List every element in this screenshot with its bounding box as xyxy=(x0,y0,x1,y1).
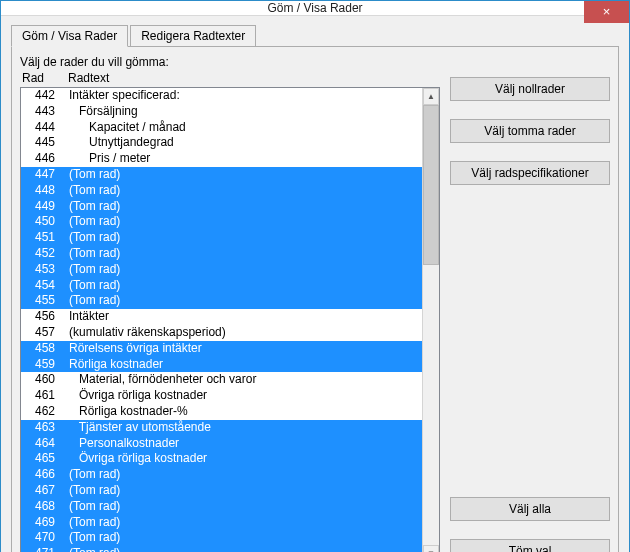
list-header: Rad Radtext xyxy=(20,71,440,85)
list-item[interactable]: 454(Tom rad) xyxy=(21,278,422,294)
row-number: 461 xyxy=(21,388,69,404)
list-item[interactable]: 442Intäkter specificerad: xyxy=(21,88,422,104)
row-number: 470 xyxy=(21,530,69,546)
list-item[interactable]: 445 Utnyttjandegrad xyxy=(21,135,422,151)
dialog-window: Göm / Visa Rader × Göm / Visa Rader Redi… xyxy=(0,0,630,552)
scroll-down-button[interactable]: ▼ xyxy=(423,545,439,552)
prompt-label: Välj de rader du vill gömma: xyxy=(20,55,610,69)
row-number: 447 xyxy=(21,167,69,183)
list-item[interactable]: 452(Tom rad) xyxy=(21,246,422,262)
list-item[interactable]: 444 Kapacitet / månad xyxy=(21,120,422,136)
list-item[interactable]: 471(Tom rad) xyxy=(21,546,422,552)
row-number: 469 xyxy=(21,515,69,531)
clear-selection-button[interactable]: Töm val xyxy=(450,539,610,552)
list-item[interactable]: 453(Tom rad) xyxy=(21,262,422,278)
list-item[interactable]: 460 Material, förnödenheter och varor xyxy=(21,372,422,388)
row-text: Försäljning xyxy=(69,104,422,120)
list-item[interactable]: 458Rörelsens övriga intäkter xyxy=(21,341,422,357)
row-number: 466 xyxy=(21,467,69,483)
row-number: 451 xyxy=(21,230,69,246)
list-item[interactable]: 466(Tom rad) xyxy=(21,467,422,483)
row-number: 449 xyxy=(21,199,69,215)
row-number: 459 xyxy=(21,357,69,373)
row-text: (Tom rad) xyxy=(69,546,422,552)
list-item[interactable]: 467(Tom rad) xyxy=(21,483,422,499)
listbox-wrap: 442Intäkter specificerad:443 Försäljning… xyxy=(20,87,440,552)
tab-label: Göm / Visa Rader xyxy=(22,29,117,43)
row-text: (kumulativ räkenskapsperiod) xyxy=(69,325,422,341)
list-item[interactable]: 459Rörliga kostnader xyxy=(21,357,422,373)
row-text: (Tom rad) xyxy=(69,214,422,230)
list-item[interactable]: 450(Tom rad) xyxy=(21,214,422,230)
row-number: 468 xyxy=(21,499,69,515)
list-item[interactable]: 446 Pris / meter xyxy=(21,151,422,167)
list-item[interactable]: 451(Tom rad) xyxy=(21,230,422,246)
list-item[interactable]: 462 Rörliga kostnader-% xyxy=(21,404,422,420)
row-text: (Tom rad) xyxy=(69,483,422,499)
list-item[interactable]: 464 Personalkostnader xyxy=(21,436,422,452)
list-item[interactable]: 465 Övriga rörliga kostnader xyxy=(21,451,422,467)
list-item[interactable]: 443 Försäljning xyxy=(21,104,422,120)
select-null-rows-button[interactable]: Välj nollrader xyxy=(450,77,610,101)
list-item[interactable]: 455(Tom rad) xyxy=(21,293,422,309)
row-text: Rörliga kostnader xyxy=(69,357,422,373)
select-all-button[interactable]: Välj alla xyxy=(450,497,610,521)
col-header-text: Radtext xyxy=(68,71,109,85)
list-item[interactable]: 468(Tom rad) xyxy=(21,499,422,515)
row-text: Tjänster av utomstående xyxy=(69,420,422,436)
list-item[interactable]: 456Intäkter xyxy=(21,309,422,325)
row-text: Pris / meter xyxy=(69,151,422,167)
row-number: 464 xyxy=(21,436,69,452)
columns: Rad Radtext 442Intäkter specificerad:443… xyxy=(20,71,610,552)
tab-edit-row-texts[interactable]: Redigera Radtexter xyxy=(130,25,256,46)
row-listbox[interactable]: 442Intäkter specificerad:443 Försäljning… xyxy=(21,88,422,552)
row-number: 457 xyxy=(21,325,69,341)
row-text: (Tom rad) xyxy=(69,167,422,183)
row-text: (Tom rad) xyxy=(69,467,422,483)
tab-panel: Välj de rader du vill gömma: Rad Radtext… xyxy=(11,46,619,552)
row-text: Intäkter specificerad: xyxy=(69,88,422,104)
select-row-specs-button[interactable]: Välj radspecifikationer xyxy=(450,161,610,185)
row-number: 454 xyxy=(21,278,69,294)
list-item[interactable]: 447(Tom rad) xyxy=(21,167,422,183)
list-item[interactable]: 469(Tom rad) xyxy=(21,515,422,531)
row-text: Övriga rörliga kostnader xyxy=(69,451,422,467)
list-item[interactable]: 470(Tom rad) xyxy=(21,530,422,546)
row-text: Utnyttjandegrad xyxy=(69,135,422,151)
client-area: Göm / Visa Rader Redigera Radtexter Välj… xyxy=(1,16,629,552)
scroll-thumb[interactable] xyxy=(423,105,439,265)
row-text: (Tom rad) xyxy=(69,262,422,278)
tab-hide-show-rows[interactable]: Göm / Visa Rader xyxy=(11,25,128,47)
side-buttons: Välj nollrader Välj tomma rader Välj rad… xyxy=(450,71,610,552)
close-button[interactable]: × xyxy=(584,1,629,23)
row-text: Övriga rörliga kostnader xyxy=(69,388,422,404)
list-item[interactable]: 448(Tom rad) xyxy=(21,183,422,199)
row-text: (Tom rad) xyxy=(69,530,422,546)
list-item[interactable]: 463 Tjänster av utomstående xyxy=(21,420,422,436)
row-text: (Tom rad) xyxy=(69,183,422,199)
tab-label: Redigera Radtexter xyxy=(141,29,245,43)
titlebar: Göm / Visa Rader × xyxy=(1,1,629,16)
spacer xyxy=(450,203,610,479)
row-number: 460 xyxy=(21,372,69,388)
row-number: 462 xyxy=(21,404,69,420)
row-number: 452 xyxy=(21,246,69,262)
vertical-scrollbar[interactable]: ▲ ▼ xyxy=(422,88,439,552)
list-area: Rad Radtext 442Intäkter specificerad:443… xyxy=(20,71,440,552)
row-text: Material, förnödenheter och varor xyxy=(69,372,422,388)
row-text: (Tom rad) xyxy=(69,246,422,262)
row-text: (Tom rad) xyxy=(69,293,422,309)
row-text: (Tom rad) xyxy=(69,515,422,531)
row-text: Kapacitet / månad xyxy=(69,120,422,136)
window-title: Göm / Visa Rader xyxy=(1,1,629,15)
select-empty-rows-button[interactable]: Välj tomma rader xyxy=(450,119,610,143)
row-number: 450 xyxy=(21,214,69,230)
row-number: 448 xyxy=(21,183,69,199)
row-number: 471 xyxy=(21,546,69,552)
row-number: 463 xyxy=(21,420,69,436)
list-item[interactable]: 457(kumulativ räkenskapsperiod) xyxy=(21,325,422,341)
list-item[interactable]: 461 Övriga rörliga kostnader xyxy=(21,388,422,404)
list-item[interactable]: 449(Tom rad) xyxy=(21,199,422,215)
row-number: 458 xyxy=(21,341,69,357)
scroll-up-button[interactable]: ▲ xyxy=(423,88,439,105)
